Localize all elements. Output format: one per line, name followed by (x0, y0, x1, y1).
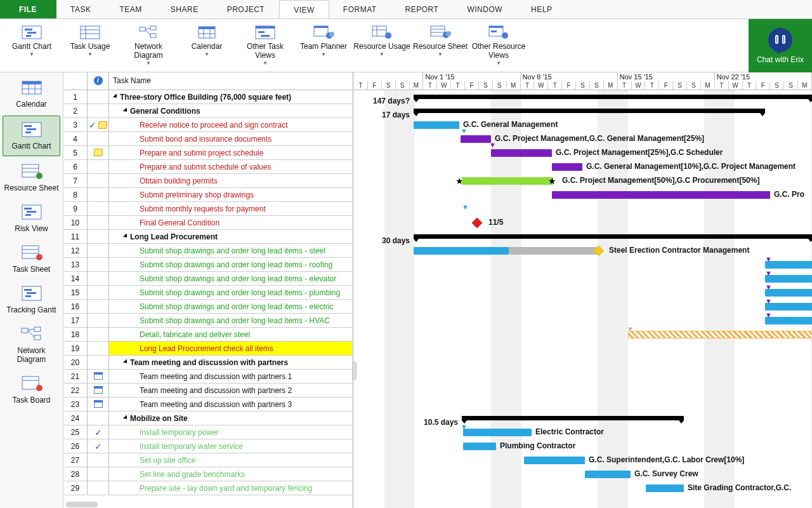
task-name-cell[interactable]: Prepare and submit schedule of values (109, 160, 352, 173)
task-row[interactable]: 10Final General Condition (63, 216, 352, 230)
task-bar[interactable]: Electric Contractor (463, 429, 532, 436)
task-row[interactable]: 3✓ Receive notice to proceed and sign co… (63, 118, 352, 132)
scrollbar-thumb[interactable] (66, 502, 98, 507)
task-name-cell[interactable]: Team meeting and discussion with partner… (109, 398, 352, 411)
summary-bar[interactable]: 17 days (414, 109, 765, 113)
task-bar[interactable] (462, 177, 553, 185)
task-name-cell[interactable]: Mobilize on Site (109, 411, 352, 425)
task-row[interactable]: 18Detail, fabricate and deliver steel (63, 328, 352, 342)
task-name-cell[interactable]: Submit shop drawings and order long lead… (109, 314, 352, 327)
task-bar[interactable]: G.C. Superintendent,G.C. Labor Crew[10%] (524, 457, 585, 464)
task-row[interactable]: 21Team meeting and discussion with partn… (63, 370, 352, 384)
task-bar[interactable]: G.C. Survey Crew (585, 471, 631, 478)
task-row[interactable]: 22Team meeting and discussion with partn… (63, 384, 352, 398)
sidebar-item-network-diagram[interactable]: Network Diagram (0, 320, 63, 370)
chat-with-erix-button[interactable]: Chat with Erix (749, 19, 812, 72)
task-row[interactable]: 2General Conditions (63, 104, 352, 118)
menu-tab-project[interactable]: PROJECT (213, 0, 280, 18)
task-bar[interactable] (765, 289, 812, 297)
ribbon-network-diagram[interactable]: Network Diagram▼ (119, 22, 178, 72)
sidebar-item-tracking-gantt[interactable]: Tracking Gantt (0, 279, 63, 320)
task-bar[interactable]: Plumbing Contractor (463, 443, 496, 450)
task-name-cell[interactable]: Prepare site - lay down yard and tempora… (109, 481, 352, 495)
task-name-cell[interactable]: Prepare and submit project schedule (109, 146, 352, 159)
collapse-caret-icon[interactable] (123, 415, 129, 420)
task-row[interactable]: 29Prepare site - lay down yard and tempo… (63, 481, 352, 495)
task-name-cell[interactable]: Submit bond and insurance documents (109, 132, 352, 145)
task-name-cell[interactable]: Submit shop drawings and order long lead… (109, 244, 352, 257)
collapse-caret-icon[interactable] (123, 233, 129, 239)
task-name-cell[interactable]: Final General Condition (109, 216, 352, 229)
task-name-cell[interactable]: Obtain building permits (109, 174, 352, 187)
menu-tab-task[interactable]: TASK (56, 0, 105, 18)
task-row[interactable]: 6Prepare and submit schedule of values (63, 160, 352, 174)
task-row[interactable]: 13Submit shop drawings and order long le… (63, 258, 352, 272)
task-name-cell[interactable]: Submit shop drawings and order long lead… (109, 272, 352, 285)
task-name-cell[interactable]: Team meeting and discussion with partner… (109, 384, 352, 397)
menu-tab-format[interactable]: FORMAT (329, 0, 391, 18)
task-name-cell[interactable]: Team meeting and discussion with partner… (109, 356, 352, 369)
ribbon-team-planner[interactable]: Team Planner▼ (294, 22, 353, 72)
task-row[interactable]: 27Set up site office (63, 453, 352, 467)
ribbon-other-task-views[interactable]: Other Task Views▼ (236, 22, 294, 72)
task-bar[interactable] (765, 275, 812, 283)
task-bar[interactable] (765, 303, 812, 311)
task-name-header[interactable]: Task Name (109, 72, 352, 90)
task-name-cell[interactable]: Set up site office (109, 453, 352, 467)
task-row[interactable]: 24Mobilize on Site (63, 411, 352, 425)
task-bar[interactable]: G.C. General Management[10%],G.C. Projec… (552, 163, 582, 171)
ribbon-resource-sheet[interactable]: Resource Sheet▼ (411, 22, 469, 72)
menu-tab-window[interactable]: WINDOW (453, 0, 517, 18)
sidebar-item-resource-sheet[interactable]: Resource Sheet (0, 157, 63, 198)
task-bar[interactable] (765, 261, 812, 269)
task-bar[interactable] (765, 317, 812, 324)
sidebar-item-task-sheet[interactable]: Task Sheet (0, 239, 63, 279)
task-name-cell[interactable]: Long Lead Procurement (109, 230, 352, 243)
task-name-cell[interactable]: Team meeting and discussion with partner… (109, 370, 352, 383)
task-row[interactable]: 14Submit shop drawings and order long le… (63, 272, 352, 286)
task-bar[interactable]: Site Grading Contractor,G.C. (646, 485, 684, 492)
task-row[interactable]: 25✓Install temporary power (63, 425, 352, 439)
indicator-header[interactable]: i (88, 72, 109, 90)
menu-tab-share[interactable]: SHARE (157, 0, 213, 18)
task-row[interactable]: 7Obtain building permits (63, 174, 352, 188)
task-name-cell[interactable]: Receive notice to proceed and sign contr… (109, 118, 352, 131)
task-bar[interactable] (628, 331, 812, 338)
task-row[interactable]: 26✓Install temporary water service (63, 439, 352, 453)
task-row[interactable]: 20Team meeting and discussion with partn… (63, 356, 352, 370)
task-name-cell[interactable]: Submit preliminary shop drawings (109, 188, 352, 201)
sidebar-item-calendar[interactable]: Calendar (0, 74, 63, 114)
task-row[interactable]: 19Long Lead Procurement check all items (63, 342, 352, 356)
task-bar[interactable]: G.C. Project Management[25%],G.C Schedul… (491, 149, 552, 157)
task-name-cell[interactable]: Set line and grade benchmarks (109, 467, 352, 481)
collapse-caret-icon[interactable] (123, 359, 129, 364)
summary-bar[interactable]: 10.5 days (462, 416, 684, 420)
task-bar[interactable]: G.C. Pro (552, 191, 770, 199)
task-name-cell[interactable]: Detail, fabricate and deliver steel (109, 328, 352, 341)
gantt-timeline[interactable]: Nov 1 '15Nov 8 '15Nov 15 '15Nov 22 '15 T… (354, 72, 812, 508)
menu-tab-file[interactable]: FILE (0, 0, 56, 18)
task-name-cell[interactable]: Submit shop drawings and order long lead… (109, 286, 352, 299)
task-name-cell[interactable]: Submit monthly requests for payment (109, 202, 352, 215)
task-row[interactable]: 12Submit shop drawings and order long le… (63, 244, 352, 258)
ribbon-task-usage[interactable]: Task Usage▼ (61, 22, 119, 72)
task-bar[interactable] (509, 247, 598, 255)
task-bar[interactable]: G.C. Project Management,G.C. General Man… (461, 135, 491, 143)
task-row[interactable]: 17Submit shop drawings and order long le… (63, 314, 352, 328)
task-bar[interactable]: G.C. General Management (414, 121, 459, 129)
task-name-cell[interactable]: General Conditions (109, 104, 352, 117)
task-name-cell[interactable]: Install temporary water service (109, 439, 352, 453)
ribbon-gantt-chart[interactable]: Gantt Chart▼ (3, 22, 61, 72)
task-row[interactable]: 9Submit monthly requests for payment (63, 202, 352, 216)
task-bar[interactable] (414, 247, 509, 255)
horizontal-scrollbar[interactable] (63, 502, 354, 508)
ribbon-other-resource-views[interactable]: Other Resource Views▼ (469, 22, 528, 72)
split-handle[interactable] (352, 362, 357, 380)
task-row[interactable]: 11Long Lead Procurement (63, 230, 352, 244)
sidebar-item-task-board[interactable]: Task Board (0, 370, 63, 410)
row-number-header[interactable] (63, 72, 88, 90)
menu-tab-help[interactable]: HELP (517, 0, 566, 18)
summary-bar[interactable]: 147 days? (414, 95, 812, 99)
task-row[interactable]: 1Three-story Office Building (76,000 squ… (63, 90, 352, 104)
milestone-diamond[interactable] (472, 218, 483, 229)
